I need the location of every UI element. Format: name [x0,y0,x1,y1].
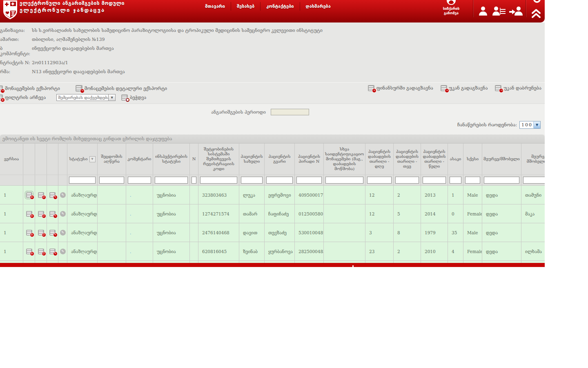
return-back-button[interactable]: → უკან დაბრუნება [495,85,541,91]
filter-combobox-value[interactable]: შემცირებას დაქვემდებარ [56,94,109,101]
pencil-disabled-icon[interactable]: ✎ [60,192,66,198]
doc-block-icon[interactable]: ∅ [38,192,44,198]
column-header-action_view[interactable] [23,144,35,175]
filter-input-guardian[interactable] [484,177,519,184]
main-nav: მთავარიშესახებკონტაქტებიდახმარება [199,2,336,11]
column-header-n[interactable]: N [190,144,198,175]
cell-action_edit_disabled: ✎ [58,242,67,260]
filters-area: ანგარიშგების პერიოდი ჩანაწერების რაოდენო… [0,104,545,135]
column-header-comment[interactable]: კომენტარი [126,144,153,175]
filter-input-status[interactable] [69,177,96,184]
detailed-export-button[interactable]: → მონაცემების დეტალური ექსპორტი [76,85,167,92]
print-button[interactable]: ● ბეჭდვა [121,94,146,101]
filter-input-comment[interactable] [128,177,151,184]
info-row-4: რმა:N13 ინფექციური დაავადებების მართვა [0,69,545,74]
doc-block-icon[interactable]: ∅ [38,249,44,254]
filter-input-birth_year[interactable] [423,177,446,184]
column-header-guardian[interactable]: მეურვე/მშობელი [482,144,521,175]
column-header-action_edit_disabled[interactable] [58,144,67,175]
filter-combobox-dropdown-icon[interactable]: ▼ [109,94,116,101]
cell-inspection: უცნობია [153,223,190,242]
column-header-birth_month[interactable]: პაციენტის დაბადების თარიღი - თვე [394,144,421,175]
doc-block-icon[interactable]: ∅ [38,230,44,236]
choose-filter-button[interactable]: a ფილტრის არჩევა [0,94,46,101]
speed-test-button[interactable]: სიჩქარის გაზომვა [435,0,467,16]
cell-status: ანაზღაურდება [67,242,98,260]
send-back-button[interactable]: → უკან გადაგზავნა [441,85,488,91]
column-header-birth_year[interactable]: პაციენტის დაბადების თარიღი - წელი [421,144,448,175]
column-header-birth_day[interactable]: პაციენტის დაბადების თარიღი - დღე [365,144,394,175]
filter-input-birth_month[interactable] [395,177,419,184]
doc-search-icon[interactable]: ⊙ [26,230,32,236]
column-header-guardian_name[interactable]: მეურვე/მშობელი - ს [521,144,545,175]
export-data-button[interactable]: → მონაცემების ექსპორტი [0,85,60,92]
doc-search-icon[interactable]: ⊙ [26,249,32,254]
filter-input-n[interactable] [192,177,196,184]
filter-input-reg_code[interactable] [200,177,237,184]
report-period-label: ანგარიშგების პერიოდი [211,110,266,115]
nav-item-0[interactable]: მთავარი [199,2,231,11]
doc-edit-icon[interactable]: ✎ [49,211,56,217]
partially-visible-round-icon[interactable] [533,0,541,3]
filter-input-other_id[interactable] [325,177,363,184]
nav-item-1[interactable]: შესახებ [231,2,261,11]
column-header-first_name[interactable]: პაციენტის სახელი [239,144,265,175]
nav-item-3[interactable]: დახმარება [300,2,336,11]
filter-cell-action_edit_disabled [58,175,67,185]
info-row-1: ამართი:თბილისი, აღმაშენებლის №139 [0,37,545,42]
user-details-button[interactable] [491,2,508,19]
doc-search-badge-icon: ⊙ [30,195,34,200]
column-header-personal_n[interactable]: პაციენტის პირადი N [295,144,324,175]
doc-block-icon[interactable]: ∅ [38,211,44,217]
column-header-other_id[interactable]: სხვა საიდენტიფიკაციო მონაცემები (მაგ., დ… [324,144,365,175]
filter-badge-icon: a [0,98,5,102]
app-title-line1: ელექტრონული ანგარიშგების მოდული [20,0,125,6]
records-count-select[interactable]: 100 ▼ [519,121,541,129]
pencil-disabled-icon[interactable]: ✎ [60,230,66,236]
filter-input-birth_day[interactable] [367,177,392,184]
status-filter-dropdown-icon[interactable]: ▼ [89,156,96,162]
column-header-error[interactable]: შეცდომის აღწერა [98,144,126,175]
doc-search-icon[interactable]: ⊙ [26,211,32,217]
column-header-last_name[interactable]: პაციენტის გვარი [265,144,295,175]
doc-search-icon[interactable]: ⊙ [26,192,32,198]
return-back-label: უკან დაბრუნება [503,85,541,91]
column-header-inspection[interactable]: ინსპექტირების სტატუსი [153,144,190,175]
nav-item-2[interactable]: კონტაქტები [261,2,300,11]
column-header-version[interactable]: ვერსია [0,144,23,175]
filter-input-personal_n[interactable] [296,177,322,184]
report-period-input[interactable] [271,109,309,115]
cell-birth_year: 2013 [421,186,448,204]
table-header-row: ვერსიასტატუსი▼შეცდომის აღწერაკომენტარიინ… [0,144,545,175]
cell-error [98,242,126,260]
filter-input-guardian_name[interactable] [523,177,545,184]
filter-cell-action_view [23,175,35,185]
pencil-disabled-icon[interactable]: ✎ [60,211,66,217]
choose-filter-label: ფილტრის არჩევა [5,95,46,100]
column-header-age[interactable]: ასაკი [448,144,463,175]
logout-button[interactable] [508,2,524,19]
filter-input-error[interactable] [99,177,124,184]
filter-input-age[interactable] [450,177,461,184]
pencil-disabled-icon[interactable]: ✎ [60,249,66,254]
footer-bar[interactable] [0,263,545,267]
filter-input-last_name[interactable] [266,177,293,184]
filter-input-sex[interactable] [465,177,480,184]
send-to-financial-button[interactable]: → ფინანსურში გადაგზავნა [368,85,433,91]
column-header-action_edit[interactable] [47,144,58,175]
cell-guardian: დედა [482,204,521,223]
filter-input-first_name[interactable] [241,177,263,184]
column-header-reg_code[interactable]: შეტყობინების სისტემაში შემთხვევის რეგისტ… [198,144,239,175]
collapse-header-icon[interactable] [531,8,541,19]
doc-edit-icon[interactable]: ✎ [49,192,56,198]
column-header-status[interactable]: სტატუსი▼ [67,144,98,175]
cell-guardian: დედა [482,242,521,260]
patients-table: ვერსიასტატუსი▼შეცდომის აღწერაკომენტარიინ… [0,144,545,263]
cell-n [190,242,198,260]
filter-input-inspection[interactable] [155,177,188,184]
column-header-sex[interactable]: სქესი [463,144,482,175]
doc-edit-icon[interactable]: ✎ [49,230,56,236]
doc-edit-icon[interactable]: ✎ [49,249,56,254]
column-header-action_reject[interactable] [35,144,47,175]
user-profile-button[interactable] [475,2,491,19]
